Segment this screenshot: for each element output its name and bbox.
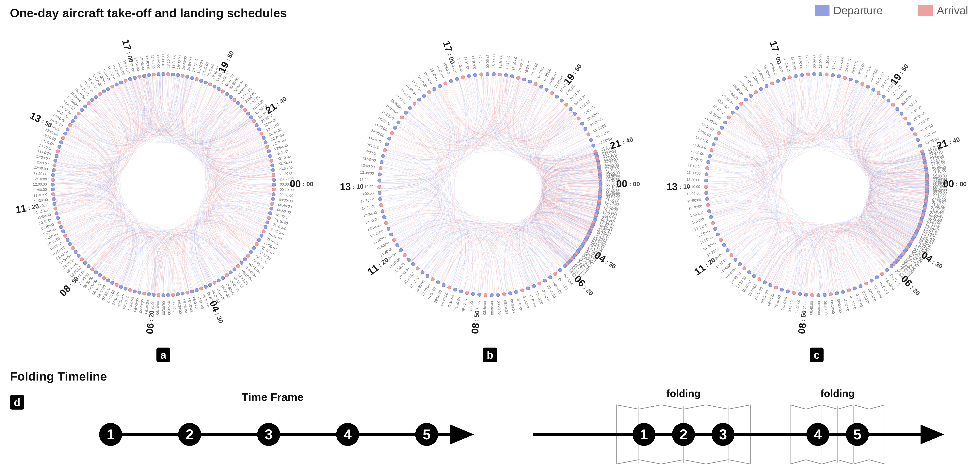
svg-point-9 — [264, 225, 267, 229]
svg-point-66 — [55, 211, 58, 215]
tick-small: 17:30:00 — [797, 55, 803, 69]
svg-point-119 — [213, 85, 216, 88]
svg-point-30 — [190, 290, 194, 293]
tick-big: 04 : 30 — [207, 299, 227, 325]
svg-point-357 — [722, 243, 726, 247]
svg-point-258 — [528, 80, 532, 83]
svg-point-100 — [124, 79, 127, 83]
svg-point-32 — [181, 292, 184, 295]
tick-small: 13:50:00 — [362, 156, 376, 163]
svg-point-79 — [56, 150, 60, 153]
svg-point-182 — [563, 264, 567, 268]
svg-point-214 — [392, 238, 396, 242]
svg-point-8 — [266, 221, 269, 224]
svg-point-400 — [843, 76, 847, 79]
svg-point-10 — [262, 230, 265, 233]
svg-point-7 — [267, 216, 270, 219]
svg-point-203 — [442, 283, 445, 287]
svg-point-362 — [709, 215, 713, 219]
svg-point-55 — [80, 258, 84, 261]
tick-big: 13 : 10 — [340, 181, 364, 192]
svg-point-6 — [269, 211, 272, 215]
tick-small: 07:50:00 — [516, 297, 523, 312]
tick-small: 17:40:00 — [478, 54, 483, 68]
svg-point-375 — [714, 137, 718, 140]
tick-big: 00 : 00 — [943, 178, 967, 189]
tick-small: 17:10:00 — [783, 58, 791, 72]
svg-point-267 — [573, 112, 577, 116]
svg-point-384 — [749, 94, 752, 97]
svg-point-134 — [262, 136, 265, 140]
svg-marker-433 — [450, 424, 474, 444]
tick-small: 17:40:00 — [150, 54, 156, 69]
svg-point-114 — [190, 76, 194, 79]
tick-small: 12:30:00 — [363, 210, 377, 218]
tick-small: 09:40:00 — [767, 292, 775, 307]
svg-point-229 — [383, 148, 387, 152]
svg-point-225 — [378, 173, 382, 176]
svg-point-270 — [584, 127, 587, 131]
tick-small: 06:10:00 — [156, 301, 160, 315]
tick-small: 07:40:00 — [522, 296, 530, 310]
svg-point-408 — [887, 99, 890, 102]
svg-point-195 — [490, 293, 494, 297]
svg-point-35 — [166, 293, 170, 297]
tick-small: 18:50:00 — [851, 60, 859, 75]
tick-small: 11:30:00 — [34, 198, 48, 203]
svg-point-377 — [720, 126, 724, 130]
svg-point-373 — [710, 148, 713, 152]
svg-point-237 — [409, 106, 412, 110]
svg-point-89 — [80, 108, 84, 112]
tick-small: 12:20:00 — [691, 217, 706, 225]
tick-big: 13 : 10 — [667, 181, 690, 192]
tick-small: 05:40:00 — [172, 300, 177, 315]
tick-small: 13:20:00 — [686, 178, 700, 182]
svg-point-206 — [426, 274, 429, 278]
svg-point-250 — [480, 73, 483, 76]
svg-point-374 — [712, 143, 716, 146]
svg-point-94 — [98, 92, 102, 96]
svg-point-124 — [233, 98, 236, 102]
svg-point-251 — [486, 72, 489, 76]
tick-small: 17:50:00 — [812, 54, 816, 68]
svg-point-404 — [866, 85, 870, 89]
tick-small: 12:50:00 — [687, 198, 701, 203]
svg-point-82 — [61, 136, 65, 140]
tick-small: 13:00:00 — [360, 191, 374, 196]
svg-point-336 — [835, 292, 839, 295]
svg-point-118 — [208, 83, 212, 86]
svg-point-249 — [474, 73, 477, 77]
svg-point-12 — [258, 238, 261, 242]
arrival-swatch — [918, 5, 933, 16]
svg-point-363 — [708, 210, 711, 213]
svg-point-13 — [255, 242, 258, 246]
svg-point-77 — [54, 159, 57, 162]
svg-point-352 — [743, 267, 746, 270]
svg-point-396 — [819, 72, 822, 76]
tick-small: 07:30:00 — [529, 293, 537, 308]
radial-panels-row: 00:00:0000:10:0000:20:0000:30:0000:40:00… — [0, 22, 980, 348]
svg-point-84 — [66, 127, 69, 131]
folding-timeline-row: 12345Time Frame 12345foldingfolding — [0, 383, 980, 466]
svg-point-136 — [266, 145, 269, 148]
svg-point-211 — [403, 253, 407, 257]
tick-small: 14:10:00 — [692, 142, 706, 150]
panel-labels-row: a b c — [0, 348, 980, 363]
tick-small: 18:20:00 — [171, 54, 177, 69]
tick-small: 14:10:00 — [366, 142, 380, 150]
svg-point-196 — [484, 293, 487, 297]
svg-point-51 — [94, 270, 98, 274]
svg-point-218 — [382, 215, 386, 219]
svg-point-193 — [502, 293, 506, 296]
svg-point-403 — [861, 82, 864, 86]
panel-label-c: c — [810, 348, 824, 362]
svg-point-109 — [166, 73, 170, 76]
svg-point-133 — [260, 132, 263, 135]
svg-point-130 — [252, 119, 256, 123]
svg-point-46 — [115, 283, 118, 287]
svg-point-405 — [872, 88, 875, 91]
svg-point-27 — [204, 285, 207, 288]
svg-point-223 — [378, 185, 381, 189]
tick-small: 23:40:00 — [279, 171, 294, 176]
svg-point-17 — [243, 258, 247, 261]
